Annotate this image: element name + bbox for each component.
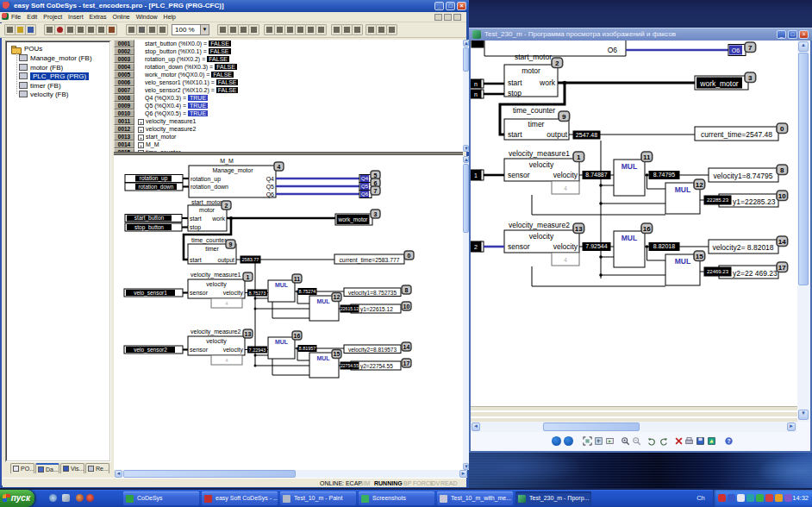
svg-text:9: 9	[229, 241, 233, 247]
svg-text:8.75274: 8.75274	[299, 289, 316, 294]
svg-text:10: 10	[403, 304, 410, 310]
svg-text:22469.23: 22469.23	[707, 269, 729, 274]
svg-text:sensor: sensor	[190, 290, 209, 296]
svg-text:8.81957: 8.81957	[299, 346, 316, 351]
svg-text:22285.23: 22285.23	[707, 197, 729, 203]
svg-text:15: 15	[334, 351, 340, 357]
svg-text:n: n	[474, 81, 478, 87]
svg-text:time_counter: time_counter	[513, 106, 555, 115]
svg-text:22754.55: 22754.55	[340, 363, 359, 368]
svg-text:O6: O6	[732, 47, 740, 53]
svg-text:timer: timer	[205, 246, 219, 252]
svg-text:1: 1	[577, 153, 581, 161]
svg-text:rotation_down: rotation_down	[139, 184, 174, 191]
svg-text:?: ?	[727, 438, 730, 444]
svg-text:2583.77: 2583.77	[242, 257, 259, 262]
svg-text:16: 16	[294, 333, 301, 339]
svg-text:Q6: Q6	[266, 191, 274, 198]
svg-text:velocity_measure2: velocity_measure2	[509, 221, 570, 229]
svg-text:work_motor: work_motor	[699, 79, 739, 88]
svg-text:MUL: MUL	[675, 185, 690, 194]
svg-text:4: 4	[564, 257, 567, 263]
svg-text:time_counter: time_counter	[191, 237, 227, 244]
svg-text:start: start	[508, 78, 522, 87]
svg-text:velocity_measure1: velocity_measure1	[509, 149, 570, 158]
svg-text:8.74887: 8.74887	[585, 172, 607, 178]
svg-text:start_button: start_button	[134, 215, 165, 222]
svg-text:8.75273: 8.75273	[249, 291, 266, 296]
svg-text:7: 7	[374, 188, 378, 194]
svg-text:sensor: sensor	[190, 347, 209, 353]
svg-text:velocity: velocity	[529, 232, 554, 241]
svg-text:14: 14	[778, 238, 786, 246]
svg-text:output: output	[547, 130, 567, 139]
svg-text:Q4: Q4	[361, 176, 369, 181]
svg-text:MUL: MUL	[316, 298, 330, 304]
svg-text:start: start	[190, 257, 202, 263]
svg-text:7.22943: 7.22943	[249, 347, 266, 353]
svg-text:12: 12	[696, 181, 703, 189]
svg-text:8: 8	[405, 287, 409, 293]
svg-text:Q6: Q6	[361, 191, 369, 197]
svg-text:7: 7	[748, 44, 753, 52]
svg-text:velocity: velocity	[223, 347, 244, 354]
svg-text:MUL: MUL	[675, 257, 690, 266]
svg-text:8: 8	[780, 166, 784, 174]
svg-text:MUL: MUL	[316, 355, 330, 361]
svg-text:output: output	[218, 257, 235, 264]
svg-text:velo_sensor2: velo_sensor2	[134, 347, 167, 354]
svg-text:velocity_measure2: velocity_measure2	[191, 329, 240, 335]
svg-text:sensor: sensor	[508, 171, 530, 179]
svg-text:12: 12	[334, 294, 340, 300]
svg-text:y1=22285.23: y1=22285.23	[733, 197, 776, 206]
svg-text:2: 2	[225, 203, 228, 209]
svg-text:MUL: MUL	[621, 162, 637, 171]
svg-text:work: work	[211, 216, 225, 222]
svg-text:motor: motor	[199, 207, 215, 213]
svg-text:M_M: M_M	[220, 158, 234, 165]
svg-text:3: 3	[748, 74, 753, 82]
svg-text:start_motor: start_motor	[515, 53, 552, 61]
svg-text:10: 10	[778, 192, 786, 200]
svg-text:6: 6	[374, 180, 378, 186]
svg-text:7.92544: 7.92544	[585, 243, 607, 249]
svg-text:0: 0	[780, 125, 784, 133]
svg-text:4: 4	[278, 164, 281, 170]
svg-text:start: start	[190, 216, 202, 222]
svg-text:5: 5	[374, 172, 378, 178]
svg-text:rotation_down: rotation_down	[191, 184, 228, 191]
svg-text:0: 0	[408, 253, 411, 259]
svg-text:start: start	[508, 130, 522, 139]
svg-text:stop_button: stop_button	[134, 224, 164, 231]
svg-text:n: n	[474, 91, 478, 97]
svg-text:MUL: MUL	[621, 234, 637, 242]
svg-text:rotation_up: rotation_up	[191, 176, 221, 183]
svg-text:velocity1=8.752735: velocity1=8.752735	[348, 290, 397, 297]
svg-text:velocity_measure1: velocity_measure1	[191, 272, 240, 279]
svg-text:14: 14	[403, 344, 410, 350]
svg-text:timer: timer	[528, 120, 545, 128]
svg-text:current_time=2547.48: current_time=2547.48	[701, 130, 772, 139]
svg-text:16: 16	[643, 225, 651, 233]
svg-text:work: work	[539, 78, 556, 87]
svg-text:8.74795: 8.74795	[653, 172, 675, 178]
svg-text:Manage_motor: Manage_motor	[212, 167, 253, 174]
svg-text:17: 17	[778, 264, 786, 272]
svg-text:velo_sensor1: velo_sensor1	[134, 290, 167, 297]
svg-text:velocity: velocity	[553, 242, 578, 251]
svg-text:4: 4	[564, 185, 567, 191]
svg-text:O6: O6	[608, 46, 618, 54]
svg-text:work_motor: work_motor	[338, 216, 369, 223]
svg-text:9: 9	[562, 113, 566, 121]
svg-text:Q4: Q4	[266, 176, 274, 183]
svg-text:13: 13	[245, 331, 252, 337]
svg-text:11: 11	[643, 153, 651, 161]
svg-text:Q5: Q5	[361, 184, 369, 189]
svg-text:3: 3	[374, 211, 378, 217]
svg-text:y2=22 469.23: y2=22 469.23	[733, 269, 778, 278]
svg-text:17: 17	[403, 360, 410, 366]
svg-text:current_time=2583.777: current_time=2583.777	[339, 257, 399, 264]
svg-text:1: 1	[474, 172, 478, 178]
svg-text:2: 2	[555, 59, 559, 67]
svg-text:22615.12: 22615.12	[340, 306, 359, 311]
